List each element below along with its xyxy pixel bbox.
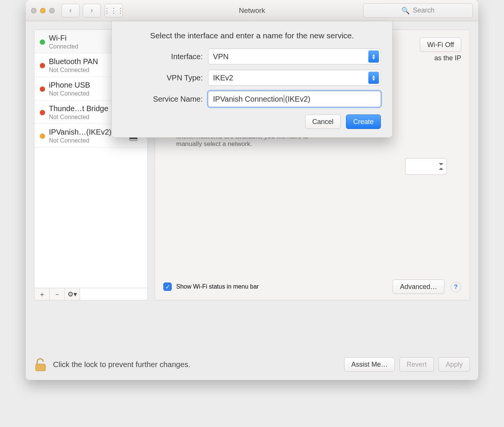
- ip-text-tail: as the IP: [434, 54, 461, 62]
- service-name-value-a: IPVanish Connection: [213, 95, 283, 104]
- service-text: Wi-Fi Connected: [49, 34, 78, 50]
- vpn-type-label: VPN Type:: [123, 74, 203, 82]
- service-status: Connected: [49, 43, 78, 50]
- service-status: Not Connected: [49, 67, 98, 74]
- status-dot-icon: [40, 39, 45, 45]
- assist-me-button[interactable]: Assist Me…: [344, 357, 395, 372]
- status-dot-icon: [40, 63, 45, 68]
- service-name: Wi-Fi: [49, 34, 78, 42]
- detail-footer: ✓ Show Wi-Fi status in menu bar Advanced…: [163, 279, 461, 294]
- service-text: iPhone USB Not Connected: [49, 81, 90, 97]
- forward-button[interactable]: ›: [83, 4, 101, 17]
- add-service-button[interactable]: ＋: [34, 288, 50, 300]
- vpn-type-row: VPN Type: IKEv2 ▲▼: [123, 70, 381, 86]
- window-title: Network: [239, 6, 265, 15]
- show-all-button-group: ⋮⋮⋮: [105, 4, 123, 17]
- maximize-window-button[interactable]: [49, 8, 55, 13]
- turn-wifi-off-button[interactable]: Wi-Fi Off: [420, 38, 461, 52]
- status-dot-icon: [40, 86, 45, 92]
- new-service-sheet: Select the interface and enter a name fo…: [111, 21, 393, 138]
- help-button[interactable]: ?: [451, 282, 461, 292]
- service-list-tools: ＋ － ⚙︎▾: [34, 288, 147, 300]
- service-name: Bluetooth PAN: [49, 57, 98, 66]
- sheet-actions: Cancel Create: [123, 115, 381, 129]
- lock-note: Click the lock to prevent further change…: [53, 360, 190, 369]
- status-dot-icon: [40, 110, 45, 115]
- interface-row: Interface: VPN ▲▼: [123, 49, 381, 64]
- interface-label: Interface:: [123, 52, 203, 61]
- service-name-input[interactable]: IPVanish Connection (IKEv2): [208, 91, 381, 107]
- close-window-button[interactable]: [31, 8, 36, 13]
- advanced-button[interactable]: Advanced…: [393, 279, 444, 294]
- service-actions-menu[interactable]: ⚙︎▾: [65, 288, 80, 300]
- show-status-row: ✓ Show Wi-Fi status in menu bar: [163, 283, 259, 291]
- service-status: Not Connected: [49, 137, 111, 144]
- apply-button[interactable]: Apply: [438, 357, 470, 372]
- footer-buttons: Assist Me… Revert Apply: [344, 357, 470, 372]
- service-status: Not Connected: [49, 114, 108, 121]
- status-dot-icon: [40, 133, 45, 139]
- status-peek: Wi-Fi Off as the IP: [420, 38, 461, 62]
- service-text: Bluetooth PAN Not Connected: [49, 57, 98, 74]
- show-status-label: Show Wi-Fi status in menu bar: [176, 283, 259, 290]
- window-footer: Click the lock to prevent further change…: [34, 357, 470, 372]
- chevrons-icon: ▲▼: [368, 50, 379, 63]
- service-name-label: Service Name:: [123, 95, 203, 104]
- remove-service-button[interactable]: －: [50, 288, 65, 300]
- revert-button[interactable]: Revert: [399, 357, 434, 372]
- network-name-dropdown[interactable]: [405, 158, 447, 175]
- traffic-lights: [31, 8, 55, 13]
- search-icon: 🔍: [401, 6, 410, 15]
- service-name: Thunde…t Bridge: [49, 104, 108, 113]
- svg-rect-3: [36, 364, 45, 371]
- stepper-icon: [405, 158, 447, 175]
- titlebar: ‹ › ⋮⋮⋮ Network 🔍 Search: [26, 0, 478, 21]
- show-all-button[interactable]: ⋮⋮⋮: [105, 4, 123, 17]
- service-status: Not Connected: [49, 90, 90, 97]
- nav-back-forward: ‹ ›: [61, 4, 101, 17]
- back-button[interactable]: ‹: [61, 4, 80, 17]
- cancel-button[interactable]: Cancel: [305, 115, 341, 129]
- network-window: ‹ › ⋮⋮⋮ Network 🔍 Search Wi-Fi Connected: [26, 0, 478, 380]
- service-text: IPVanish…(IKEv2) Not Connected: [49, 128, 111, 144]
- text-cursor-icon: [284, 95, 284, 103]
- chevrons-icon: ▲▼: [368, 72, 379, 84]
- search-field[interactable]: 🔍 Search: [363, 3, 473, 18]
- sheet-instruction: Select the interface and enter a name fo…: [123, 31, 381, 40]
- service-name: IPVanish…(IKEv2): [49, 128, 111, 137]
- show-status-checkbox[interactable]: ✓: [163, 283, 172, 291]
- detail-footer-right: Advanced… ?: [393, 279, 461, 294]
- interface-select[interactable]: VPN ▲▼: [208, 49, 381, 64]
- service-name-row: Service Name: IPVanish Connection (IKEv2…: [123, 91, 381, 107]
- interface-value: VPN: [213, 52, 229, 61]
- service-name-value-b: (IKEv2): [285, 95, 310, 104]
- vpn-type-value: IKEv2: [213, 74, 233, 82]
- search-placeholder: Search: [413, 6, 434, 14]
- unlock-icon[interactable]: [34, 357, 47, 372]
- vpn-type-select[interactable]: IKEv2 ▲▼: [208, 70, 381, 86]
- service-text: Thunde…t Bridge Not Connected: [49, 104, 108, 121]
- create-button[interactable]: Create: [346, 115, 381, 129]
- minimize-window-button[interactable]: [40, 8, 45, 13]
- service-name: iPhone USB: [49, 81, 90, 89]
